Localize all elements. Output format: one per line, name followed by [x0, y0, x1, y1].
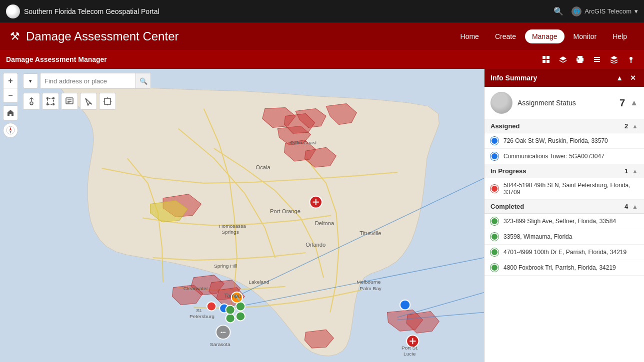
- draw-extent-btn[interactable]: [99, 93, 116, 110]
- svg-rect-3: [546, 60, 550, 63]
- completed-item-1[interactable]: 323-899 Sligh Ave, Seffner, Florida, 335…: [484, 214, 644, 229]
- user-dropdown-icon: ▾: [634, 7, 638, 15]
- inprogress-dot-1: [490, 185, 498, 193]
- zoom-in-btn[interactable]: +: [3, 73, 18, 88]
- svg-text:St.: St.: [196, 308, 202, 314]
- draw-cursor-btn[interactable]: [80, 93, 97, 110]
- assigned-item-1-text: 726 Oak St SW, Ruskin, Florida, 33570: [504, 137, 638, 144]
- svg-text:•••: •••: [220, 330, 226, 335]
- toolbar-list-btn[interactable]: [590, 52, 604, 66]
- info-panel: Info Summary ▲ ✕ Assignment Status 7 ▲ A…: [484, 69, 644, 362]
- completed-item-4[interactable]: 4800 Foxbrook Trl, Parrish, Florida, 342…: [484, 260, 644, 276]
- app-header-icon: ⚒: [10, 30, 20, 43]
- user-name: ArcGIS Telecom: [584, 7, 632, 15]
- toolbar-grid-btn[interactable]: [539, 52, 553, 66]
- zoom-controls: + −: [3, 73, 18, 103]
- app-header-left: ⚒ Damage Assessment Center: [10, 29, 178, 43]
- inprogress-section-header: In Progress 1 ▲: [484, 164, 644, 178]
- svg-rect-10: [594, 61, 600, 62]
- svg-text:Sarasota: Sarasota: [210, 342, 230, 347]
- assigned-toggle[interactable]: ▲: [632, 123, 638, 130]
- svg-text:Melbourne: Melbourne: [356, 279, 381, 285]
- completed-dot-1: [490, 217, 498, 225]
- home-extent-btn[interactable]: [3, 105, 18, 120]
- svg-text:Springs: Springs: [222, 229, 239, 235]
- app-logo: [6, 4, 20, 18]
- svg-rect-0: [542, 56, 546, 59]
- map-area[interactable]: 🔧 ••• Ocala Port Orange Deltona Homosass…: [0, 69, 484, 362]
- completed-item-1-text: 323-899 Sligh Ave, Seffner, Florida, 335…: [504, 218, 638, 225]
- top-bar: Southern Florida Telecom Geospatial Port…: [0, 0, 644, 22]
- draw-note-btn[interactable]: [61, 93, 78, 110]
- info-panel-title: Info Summary: [490, 74, 537, 82]
- nav-home[interactable]: Home: [454, 29, 486, 43]
- svg-point-82: [53, 98, 54, 99]
- svg-text:Clearwater: Clearwater: [184, 286, 208, 291]
- topbar-search-icon[interactable]: 🔍: [554, 6, 564, 16]
- svg-rect-1: [546, 56, 550, 59]
- inprogress-item-1-text: 5044-5198 49th St N, Saint Petersburg, F…: [504, 182, 638, 196]
- toolbar-pin-btn[interactable]: [624, 52, 638, 66]
- draw-point-btn[interactable]: [23, 93, 40, 110]
- completed-item-3-text: 4701-4999 100th Dr E, Parrish, Florida, …: [504, 249, 638, 256]
- svg-point-11: [630, 57, 632, 60]
- svg-text:Petersburg: Petersburg: [190, 314, 214, 320]
- user-menu[interactable]: 🌐 ArcGIS Telecom ▾: [572, 6, 638, 16]
- svg-rect-8: [594, 57, 600, 58]
- panel-collapse-btn[interactable]: ▲: [614, 73, 625, 83]
- nav-manage[interactable]: Manage: [525, 29, 564, 43]
- toolbar-layers-btn[interactable]: [556, 52, 570, 66]
- assignment-status-row: Assignment Status 7 ▲: [484, 87, 644, 119]
- svg-rect-7: [578, 58, 579, 59]
- nav-monitor[interactable]: Monitor: [566, 29, 604, 43]
- assigned-dot-2: [490, 152, 498, 160]
- assignment-status-chevron[interactable]: ▲: [630, 98, 638, 107]
- florida-map-svg: 🔧 ••• Ocala Port Orange Deltona Homosass…: [0, 69, 484, 362]
- completed-section-header: Completed 4 ▲: [484, 200, 644, 214]
- svg-rect-2: [542, 60, 546, 63]
- assignment-status-label: Assignment Status: [518, 99, 614, 107]
- manager-toolbar: [539, 52, 638, 66]
- completed-item-4-text: 4800 Foxbrook Trl, Parrish, Florida, 342…: [504, 264, 638, 271]
- panel-close-btn[interactable]: ✕: [628, 73, 638, 83]
- inprogress-toggle[interactable]: ▲: [632, 168, 638, 175]
- compass-btn[interactable]: [3, 123, 18, 138]
- inprogress-item-1[interactable]: 5044-5198 49th St N, Saint Petersburg, F…: [484, 178, 644, 200]
- nav-help[interactable]: Help: [606, 29, 634, 43]
- completed-title: Completed: [490, 203, 624, 210]
- manager-bar: Damage Assessment Manager: [0, 50, 644, 69]
- completed-dot-4: [490, 264, 498, 272]
- map-background: 🔧 ••• Ocala Port Orange Deltona Homosass…: [0, 69, 484, 362]
- svg-text:Deltona: Deltona: [315, 221, 334, 227]
- inprogress-title: In Progress: [490, 167, 624, 175]
- svg-text:Titusville: Titusville: [360, 230, 381, 236]
- assigned-item-2[interactable]: Communications Tower: 5GA0073047: [484, 149, 644, 164]
- assigned-count: 2: [624, 122, 628, 130]
- search-submit-btn[interactable]: 🔍: [136, 73, 150, 88]
- draw-rectangle-btn[interactable]: [42, 93, 59, 110]
- completed-item-2[interactable]: 33598, Wimauma, Florida: [484, 229, 644, 245]
- completed-dot-3: [490, 248, 498, 256]
- top-bar-right: 🔍 🌐 ArcGIS Telecom ▾: [554, 6, 638, 16]
- search-input[interactable]: [40, 73, 136, 88]
- completed-dot-2: [490, 233, 498, 241]
- info-panel-header: Info Summary ▲ ✕: [484, 69, 644, 87]
- assigned-dot-1: [490, 137, 498, 145]
- search-dropdown-btn[interactable]: ▾: [23, 73, 38, 88]
- top-bar-left: Southern Florida Telecom Geospatial Port…: [6, 4, 160, 18]
- toolbar-print-btn[interactable]: [573, 52, 587, 66]
- map-tools: [23, 93, 116, 110]
- app-header-title: Damage Assessment Center: [26, 29, 178, 43]
- svg-point-81: [47, 98, 48, 99]
- search-input-wrap: 🔍: [40, 73, 151, 89]
- assigned-item-1[interactable]: 726 Oak St SW, Ruskin, Florida, 33570: [484, 133, 644, 149]
- toolbar-stack-btn[interactable]: [607, 52, 621, 66]
- completed-toggle[interactable]: ▲: [632, 203, 638, 210]
- svg-rect-89: [104, 98, 110, 104]
- completed-item-3[interactable]: 4701-4999 100th Dr E, Parrish, Florida, …: [484, 245, 644, 260]
- svg-point-41: [207, 302, 216, 311]
- manager-title: Damage Assessment Manager: [6, 55, 107, 63]
- info-panel-header-controls: ▲ ✕: [614, 73, 638, 83]
- zoom-out-btn[interactable]: −: [3, 88, 18, 103]
- nav-create[interactable]: Create: [488, 29, 523, 43]
